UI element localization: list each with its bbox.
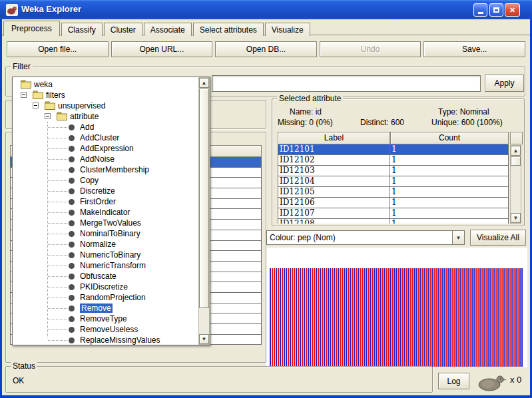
visualize-all-button[interactable]: Visualize All <box>470 230 526 246</box>
histogram-bar <box>392 268 393 367</box>
value-row-ID12101[interactable]: ID121011 <box>278 144 509 155</box>
tree-node-unsupervised[interactable]: unsupervised <box>13 100 199 111</box>
attribute-unique: Unique: 600 (100%) <box>431 118 503 127</box>
minimize-button[interactable] <box>473 3 487 17</box>
histogram-bar <box>394 268 395 367</box>
tree-connector <box>48 148 67 149</box>
histogram-bar <box>304 268 305 367</box>
tree-node-discretize[interactable]: Discretize <box>13 186 199 196</box>
tree-node-removeuseless[interactable]: RemoveUseless <box>13 324 199 335</box>
tree-node-numerictobinary[interactable]: NumericToBinary <box>13 250 199 260</box>
histogram-bar <box>503 268 505 367</box>
collapse-icon[interactable] <box>21 92 27 98</box>
scroll-down-icon[interactable]: ▼ <box>199 334 209 344</box>
filter-config-field[interactable] <box>212 75 481 92</box>
value-count-cell: 1 <box>390 187 509 197</box>
tree-scrollbar[interactable]: ▲ ▼ <box>198 77 210 345</box>
value-row-ID12107[interactable]: ID121071 <box>278 208 509 219</box>
histogram-bar <box>417 268 419 367</box>
apply-button[interactable]: Apply <box>485 75 524 92</box>
histogram-bar <box>405 268 407 367</box>
tab-associate[interactable]: Associate <box>144 23 192 36</box>
attribute-type: Type: Nominal <box>438 107 489 116</box>
collapse-icon[interactable] <box>33 102 39 108</box>
histogram-bar <box>401 268 403 367</box>
value-row-ID12102[interactable]: ID121021 <box>278 155 509 166</box>
tree-node-makeindicator[interactable]: MakeIndicator <box>13 207 199 218</box>
filter-leaf-icon <box>69 284 75 290</box>
tab-cluster[interactable]: Cluster <box>104 23 142 36</box>
histogram-bar <box>276 268 277 367</box>
tree-node-addnoise[interactable]: AddNoise <box>13 154 199 164</box>
label-column-header[interactable]: Label <box>278 132 390 144</box>
value-table: Label Count ID121011ID121021ID121031ID12… <box>278 132 509 224</box>
tree-node-weka[interactable]: weka <box>13 79 199 90</box>
tree-node-remove[interactable]: Remove <box>13 303 199 313</box>
log-button[interactable]: Log <box>438 373 469 389</box>
tree-node-add[interactable]: Add <box>13 122 199 132</box>
histogram-bar <box>286 268 287 367</box>
tree-node-obfuscate[interactable]: Obfuscate <box>13 271 199 282</box>
tab-select-attributes[interactable]: Select attributes <box>193 23 264 36</box>
minimize-icon <box>478 12 483 14</box>
histogram-bar <box>330 268 331 367</box>
tree-node-nominaltobinary[interactable]: NominalToBinary <box>13 228 199 239</box>
histogram-bar <box>396 268 397 367</box>
histogram-bar <box>459 268 461 367</box>
count-column-header[interactable]: Count <box>390 132 509 144</box>
open-file--button[interactable]: Open file... <box>7 41 109 57</box>
save--button[interactable]: Save... <box>423 41 525 57</box>
scroll-down-icon[interactable]: ▼ <box>511 213 521 223</box>
tree-node-replacemissingvalues[interactable]: ReplaceMissingValues <box>13 335 199 345</box>
tab-visualize[interactable]: Visualize <box>265 23 310 36</box>
tree-node-label: AddExpression <box>80 144 134 153</box>
open-db--button[interactable]: Open DB... <box>215 41 317 57</box>
value-row-ID12104[interactable]: ID121041 <box>278 176 509 187</box>
tree-node-randomprojection[interactable]: RandomProjection <box>13 292 199 303</box>
tree-node-filters[interactable]: filters <box>13 90 199 100</box>
tree-node-firstorder[interactable]: FirstOrder <box>13 196 199 207</box>
scrollbar-thumb[interactable] <box>511 156 521 166</box>
value-row-ID12106[interactable]: ID121061 <box>278 198 509 208</box>
tree-node-addexpression[interactable]: AddExpression <box>13 143 199 154</box>
collapse-icon[interactable] <box>45 113 51 119</box>
scrollbar-thumb[interactable] <box>199 89 209 308</box>
tree-node-pkidiscretize[interactable]: PKIDiscretize <box>13 282 199 292</box>
tree-node-clustermembership[interactable]: ClusterMembership <box>13 164 199 175</box>
value-row-ID12105[interactable]: ID121051 <box>278 187 509 198</box>
histogram-bar <box>336 268 337 367</box>
scroll-up-icon[interactable]: ▲ <box>511 146 521 156</box>
histogram-bar <box>302 268 303 367</box>
tree-node-copy[interactable]: Copy <box>13 175 199 186</box>
tree-node-numerictransform[interactable]: NumericTransform <box>13 260 199 271</box>
filter-leaf-icon <box>69 146 75 152</box>
histogram-bar <box>334 268 335 367</box>
tree-node-addcluster[interactable]: AddCluster <box>13 132 199 143</box>
tab-preprocess[interactable]: Preprocess <box>3 21 60 36</box>
scroll-up-icon[interactable]: ▲ <box>199 78 209 88</box>
value-table-scrollbar[interactable]: ▲ ▼ <box>510 145 521 224</box>
histogram-bar <box>437 268 439 367</box>
value-label-cell: ID12103 <box>278 166 390 176</box>
value-row-ID12108[interactable]: ID121081 <box>278 219 509 224</box>
tree-node-attribute[interactable]: attribute <box>13 111 199 122</box>
value-label-cell: ID12108 <box>278 219 390 224</box>
histogram-bar <box>358 268 359 367</box>
tree-node-removetype[interactable]: RemoveType <box>13 313 199 324</box>
histogram-bar <box>471 268 473 367</box>
tree-node-mergetwovalues[interactable]: MergeTwoValues <box>13 218 199 228</box>
value-row-ID12103[interactable]: ID121031 <box>278 166 509 176</box>
close-button[interactable]: ✕ <box>505 3 520 17</box>
open-url--button[interactable]: Open URL... <box>111 41 213 57</box>
colour-combobox[interactable]: Colour: pep (Nom) ▼ <box>266 230 465 245</box>
value-label-cell: ID12104 <box>278 176 390 186</box>
chevron-down-icon[interactable]: ▼ <box>452 231 464 244</box>
histogram-bar <box>505 268 507 367</box>
histogram-bar <box>469 268 471 367</box>
tree-connector <box>48 127 67 128</box>
histogram-bar <box>487 268 489 367</box>
maximize-button[interactable] <box>489 3 503 17</box>
histogram-bar <box>350 268 351 367</box>
tree-node-normalize[interactable]: Normalize <box>13 239 199 250</box>
tab-classify[interactable]: Classify <box>61 23 103 36</box>
